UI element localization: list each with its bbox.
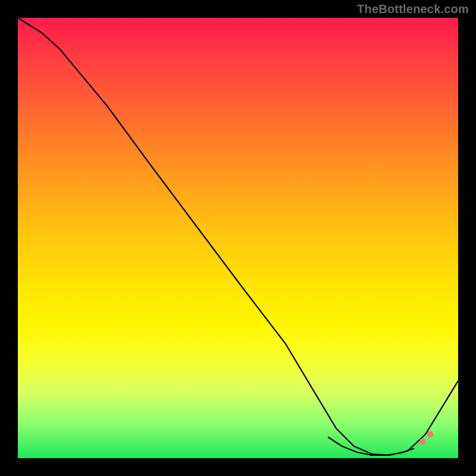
bottleneck-curve: [18, 18, 458, 458]
highlight-dot: [419, 439, 425, 444]
chart-frame: TheBottleneck.com: [0, 0, 476, 476]
highlight-dot: [427, 431, 433, 437]
highlight-segment: [328, 437, 414, 455]
plot-area: [18, 18, 458, 458]
curve-path: [18, 18, 458, 455]
attribution-label: TheBottleneck.com: [357, 2, 469, 16]
